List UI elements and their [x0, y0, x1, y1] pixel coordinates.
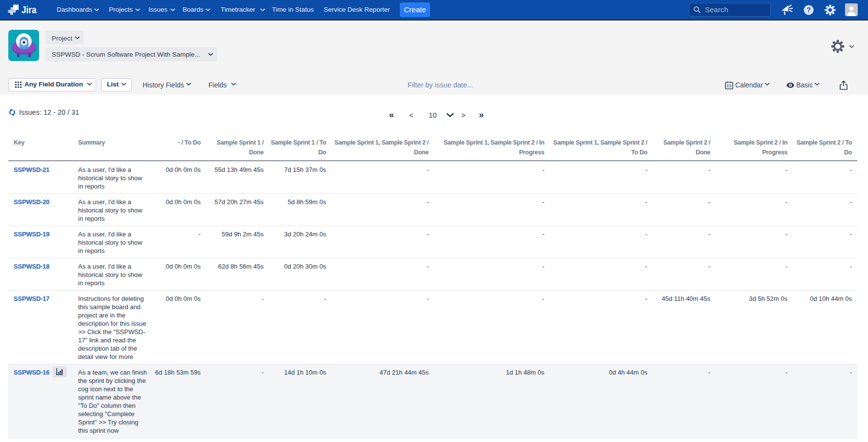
svg-text:?: ? [806, 6, 811, 14]
